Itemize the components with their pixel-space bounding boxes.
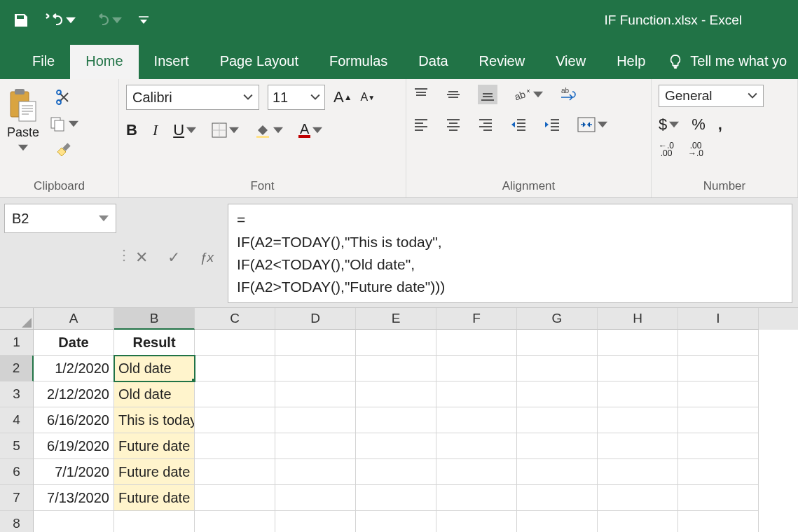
grip-icon[interactable]	[122, 246, 126, 265]
cell[interactable]	[275, 511, 356, 532]
cell[interactable]	[356, 330, 436, 356]
cell[interactable]	[598, 433, 678, 459]
cell[interactable]: Future date	[114, 433, 195, 459]
qat-customize-icon[interactable]	[137, 14, 150, 27]
enter-formula-button[interactable]: ✓	[167, 248, 180, 267]
align-left-button[interactable]	[413, 118, 429, 131]
cancel-formula-button[interactable]: ✕	[135, 248, 148, 267]
italic-button[interactable]: I	[153, 121, 158, 139]
row-header[interactable]: 7	[0, 485, 34, 511]
cell[interactable]	[678, 382, 759, 407]
tab-help[interactable]: Help	[601, 45, 661, 79]
formula-bar[interactable]: = IF(A2=TODAY(),"This is today", IF(A2<T…	[228, 204, 792, 303]
increase-decimal-button[interactable]: ←.0 .00	[659, 142, 674, 158]
cell[interactable]: Result	[114, 330, 195, 356]
borders-button[interactable]	[212, 122, 239, 138]
decrease-font-icon[interactable]: A▼	[361, 91, 376, 104]
cell[interactable]	[436, 407, 517, 433]
cell[interactable]	[436, 356, 517, 382]
tab-page-layout[interactable]: Page Layout	[205, 45, 314, 79]
cell[interactable]	[195, 459, 275, 485]
column-header[interactable]: I	[678, 308, 759, 330]
worksheet-grid[interactable]: ABCDEFGHI 1DateResult21/2/2020Old date32…	[0, 308, 798, 532]
cell[interactable]	[195, 433, 275, 459]
column-header[interactable]: H	[598, 308, 678, 330]
cell[interactable]	[275, 382, 356, 407]
align-bottom-button[interactable]	[478, 85, 497, 104]
underline-button[interactable]: U	[173, 121, 196, 139]
cell[interactable]	[517, 382, 598, 407]
cell[interactable]	[598, 459, 678, 485]
cell[interactable]	[678, 459, 759, 485]
row-header[interactable]: 1	[0, 330, 34, 356]
orientation-button[interactable]: ab	[514, 87, 543, 102]
cell[interactable]	[356, 356, 436, 382]
cut-button[interactable]	[55, 89, 72, 106]
row-header[interactable]: 4	[0, 407, 34, 433]
cell[interactable]	[275, 485, 356, 511]
font-name-select[interactable]: Calibri	[126, 85, 259, 110]
column-header[interactable]: G	[517, 308, 598, 330]
accounting-format-button[interactable]: $	[659, 115, 679, 134]
cell[interactable]	[275, 433, 356, 459]
cell[interactable]: Date	[34, 330, 114, 356]
comma-format-button[interactable]: ,	[718, 115, 722, 134]
cell[interactable]	[195, 356, 275, 382]
column-header[interactable]: B	[114, 308, 195, 330]
format-painter-button[interactable]	[55, 142, 73, 159]
tab-view[interactable]: View	[540, 45, 601, 79]
cell[interactable]	[275, 407, 356, 433]
increase-indent-button[interactable]	[544, 118, 560, 132]
cell[interactable]	[436, 433, 517, 459]
align-right-button[interactable]	[478, 118, 493, 131]
tab-data[interactable]: Data	[403, 45, 463, 79]
cell[interactable]	[598, 382, 678, 407]
cell[interactable]	[275, 356, 356, 382]
paste-button[interactable]: Paste	[7, 88, 39, 153]
cell[interactable]: Old date	[114, 356, 195, 382]
insert-function-button[interactable]: ƒx	[200, 250, 214, 265]
align-top-button[interactable]	[413, 87, 429, 102]
cell[interactable]	[436, 511, 517, 532]
row-header[interactable]: 8	[0, 511, 34, 532]
cell[interactable]	[114, 511, 195, 532]
cell[interactable]	[678, 356, 759, 382]
cell[interactable]	[436, 459, 517, 485]
cell[interactable]	[195, 407, 275, 433]
row-header[interactable]: 2	[0, 356, 34, 382]
cell[interactable]	[356, 459, 436, 485]
row-header[interactable]: 5	[0, 433, 34, 459]
number-format-select[interactable]: General	[659, 85, 764, 107]
cell[interactable]	[436, 382, 517, 407]
decrease-indent-button[interactable]	[510, 118, 527, 132]
cell[interactable]	[34, 511, 114, 532]
cell[interactable]: 7/13/2020	[34, 485, 114, 511]
cell[interactable]	[678, 330, 759, 356]
cell[interactable]	[517, 485, 598, 511]
save-icon[interactable]	[13, 12, 29, 29]
cell[interactable]	[356, 485, 436, 511]
cell[interactable]	[517, 407, 598, 433]
cell[interactable]	[598, 511, 678, 532]
cell[interactable]	[517, 330, 598, 356]
cell[interactable]: Future date	[114, 485, 195, 511]
fill-color-button[interactable]	[254, 122, 283, 139]
align-middle-button[interactable]	[446, 87, 461, 102]
cell[interactable]	[678, 485, 759, 511]
tab-home[interactable]: Home	[70, 45, 138, 79]
wrap-text-button[interactable]: ab	[560, 86, 578, 103]
cell[interactable]	[356, 433, 436, 459]
cell[interactable]	[598, 330, 678, 356]
percent-format-button[interactable]: %	[692, 115, 706, 134]
cell[interactable]	[598, 356, 678, 382]
cell[interactable]	[436, 330, 517, 356]
cell[interactable]	[195, 511, 275, 532]
cell[interactable]	[598, 407, 678, 433]
column-header[interactable]: D	[275, 308, 356, 330]
name-box[interactable]: B2	[4, 204, 116, 233]
merge-center-button[interactable]	[577, 117, 607, 132]
cell[interactable]	[436, 485, 517, 511]
cell[interactable]: 6/19/2020	[34, 433, 114, 459]
tab-review[interactable]: Review	[464, 45, 541, 79]
cell[interactable]	[195, 330, 275, 356]
